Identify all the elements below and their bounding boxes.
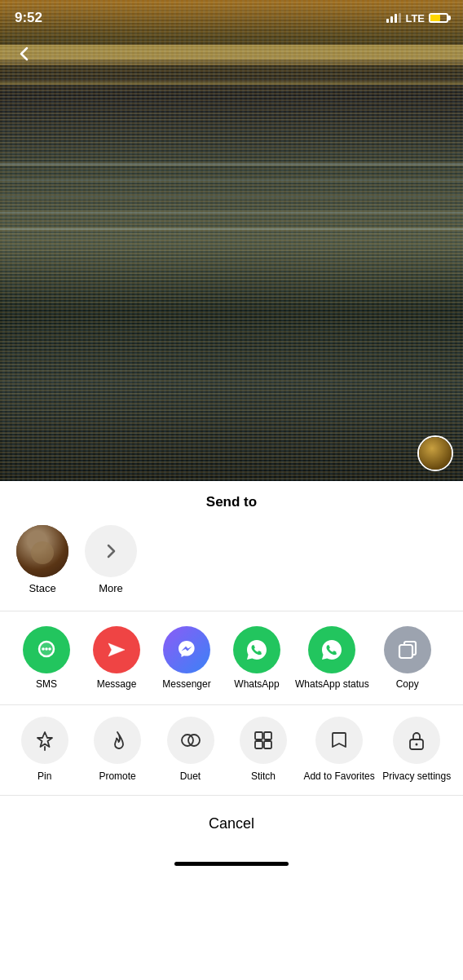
add-to-favorites-label: Add to Favorites [303,770,374,784]
privacy-settings-label: Privacy settings [382,770,451,784]
share-app-copy[interactable]: Copy [373,626,443,690]
glitch-band-2 [0,59,463,65]
home-indicator [0,855,463,876]
whatsapp-status-icon [308,626,355,673]
share-app-messenger[interactable]: Messenger [152,626,222,690]
contact-name-stace: Stace [29,582,55,594]
action-promote[interactable]: Promote [85,717,150,784]
svg-point-3 [45,647,48,651]
svg-rect-10 [255,732,262,739]
message-label: Message [97,678,137,690]
contact-avatar-stace [16,525,68,577]
duet-circles-icon [180,730,201,751]
cancel-button[interactable]: Cancel [176,809,287,839]
whatsapp-bubble-icon [244,637,270,663]
send-to-title: Send to [0,481,463,519]
sms-label: SMS [36,678,57,690]
more-circle-button[interactable] [85,525,137,577]
action-pin[interactable]: Pin [12,717,77,784]
home-bar [174,862,289,866]
message-icon [93,626,140,673]
share-app-message[interactable]: Message [82,626,152,690]
video-area [0,0,463,481]
svg-point-4 [48,647,51,651]
messenger-icon [163,626,210,673]
structure-line-3 [0,196,463,197]
svg-rect-11 [264,732,271,739]
pin-label: Pin [37,770,51,784]
action-add-to-favorites[interactable]: Add to Favorites [303,717,374,784]
contact-item-stace[interactable]: Stace [16,525,68,594]
messenger-bolt-icon [174,637,200,663]
share-app-whatsapp-status[interactable]: WhatsApp status [292,626,373,690]
action-stitch[interactable]: Stitch [231,717,296,784]
svg-rect-12 [255,741,262,748]
duet-label: Duet [180,770,201,784]
stitch-label: Stitch [251,770,276,784]
bookmark-icon [329,730,350,751]
battery-icon [429,13,448,23]
glitch-overlay [0,0,463,481]
copy-link-icon [396,638,419,661]
status-icons: LTE [386,12,448,24]
glitch-band-1 [0,45,463,60]
structure-line-4 [0,212,463,214]
sms-icon [23,626,70,673]
structure-line-5 [0,228,463,230]
svg-point-8 [182,735,193,746]
back-chevron-icon [15,45,33,63]
svg-marker-5 [108,643,125,656]
share-app-sms[interactable]: SMS [11,626,82,690]
structure-line-2 [0,179,463,181]
svg-point-2 [42,647,45,651]
contacts-row: Stace More [0,519,463,611]
flame-icon [107,730,128,751]
pin-svg-icon [34,730,55,751]
stitch-grid-icon [253,730,274,751]
stitch-icon [240,717,287,764]
svg-point-9 [188,735,200,746]
share-apps-row: SMS Message Messenger [0,618,463,698]
contact-item-more[interactable]: More [85,525,137,594]
favorites-icon [315,717,363,764]
share-apps-section: SMS Message Messenger [0,611,463,704]
user-avatar-thumbnail [417,435,453,471]
message-send-icon [104,637,130,663]
whatsapp-status-bubble-icon [319,637,345,663]
action-privacy-settings[interactable]: Privacy settings [382,717,451,784]
pin-icon [21,717,68,764]
whatsapp-label: WhatsApp [234,678,279,690]
glitch-band-3 [0,82,463,85]
actions-row: Pin Promote Duet [8,717,455,784]
whatsapp-status-label: WhatsApp status [295,678,369,690]
share-bottom-sheet: Send to Stace More [0,481,463,876]
svg-rect-13 [264,741,271,748]
avatar-head [31,541,54,564]
contact-avatar-image-stace [16,525,68,577]
promote-icon [94,717,141,764]
back-button[interactable] [11,41,37,67]
svg-rect-6 [399,645,412,658]
action-duet[interactable]: Duet [158,717,223,784]
status-bar: 9:52 LTE [0,0,463,36]
lock-icon [406,730,427,751]
signal-bars-icon [386,13,401,23]
contact-name-more: More [99,582,123,594]
whatsapp-icon [233,626,280,673]
copy-icon [384,626,431,673]
privacy-icon [393,717,440,764]
chevron-right-icon [102,542,120,560]
share-app-whatsapp[interactable]: WhatsApp [222,626,292,690]
lte-icon: LTE [405,12,425,24]
actions-section: Pin Promote Duet [0,704,463,795]
sms-bubble-icon [34,638,59,662]
avatar-img-stace [16,525,68,577]
structure-line-1 [0,163,463,166]
duet-icon [167,717,214,764]
promote-label: Promote [99,770,135,784]
status-time: 9:52 [15,10,42,26]
cancel-section: Cancel [0,795,463,855]
messenger-label: Messenger [162,678,210,690]
copy-label: Copy [396,678,419,690]
svg-point-15 [416,744,418,746]
